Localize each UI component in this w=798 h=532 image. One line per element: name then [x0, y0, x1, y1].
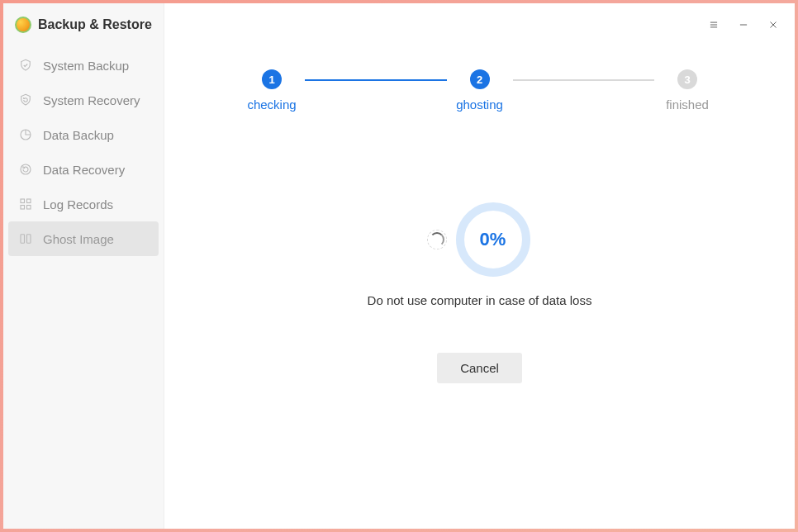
svg-rect-4	[21, 206, 25, 210]
sidebar-item-system-recovery[interactable]: System Recovery	[3, 83, 164, 117]
stepper: 1 checking 2 ghosting 3 finished	[239, 69, 720, 112]
svg-rect-6	[21, 235, 25, 244]
step-checking: 1 checking	[239, 69, 305, 112]
svg-rect-7	[27, 235, 31, 244]
step-label: checking	[247, 97, 296, 112]
spinner-icon	[430, 232, 444, 247]
sidebar-item-data-backup[interactable]: Data Backup	[3, 117, 164, 152]
minimize-icon[interactable]	[737, 18, 750, 31]
pie-icon	[18, 127, 33, 142]
sidebar-item-data-recovery[interactable]: Data Recovery	[3, 152, 164, 187]
close-icon[interactable]	[767, 18, 780, 31]
sidebar-item-ghost-image[interactable]: Ghost Image	[8, 221, 159, 256]
app-title: Backup & Restore	[38, 17, 152, 32]
svg-point-1	[21, 164, 31, 174]
columns-icon	[18, 231, 33, 246]
app-window: Backup & Restore System Backup System Re…	[3, 3, 795, 529]
grid-icon	[18, 197, 33, 211]
cancel-row: Cancel	[164, 353, 795, 383]
cancel-button[interactable]: Cancel	[437, 353, 522, 383]
svg-rect-2	[21, 199, 25, 203]
step-bar	[513, 79, 655, 81]
sidebar: Backup & Restore System Backup System Re…	[3, 3, 164, 529]
svg-rect-5	[27, 206, 31, 210]
progress-row: 0%	[430, 202, 530, 277]
step-number: 1	[262, 69, 282, 89]
sidebar-item-label: System Recovery	[43, 93, 140, 107]
step-bar	[305, 79, 447, 81]
window-controls	[707, 18, 780, 31]
step-number: 2	[470, 69, 490, 89]
sidebar-item-label: Data Recovery	[43, 163, 125, 177]
main-panel: 1 checking 2 ghosting 3 finished 0% Do	[164, 3, 795, 529]
progress-area: 0% Do not use computer in case of data l…	[164, 202, 795, 307]
step-label: ghosting	[456, 97, 503, 112]
sidebar-item-log-records[interactable]: Log Records	[3, 187, 164, 221]
menu-icon[interactable]	[707, 18, 720, 31]
progress-percent: 0%	[480, 229, 506, 250]
shield-check-icon	[18, 58, 33, 73]
sidebar-item-label: System Backup	[43, 59, 129, 73]
step-ghosting: 2 ghosting	[447, 69, 513, 112]
app-logo-icon	[15, 17, 31, 33]
sidebar-item-system-backup[interactable]: System Backup	[3, 48, 164, 83]
shield-refresh-icon	[18, 93, 33, 107]
pie-refresh-icon	[18, 162, 33, 177]
app-title-row: Backup & Restore	[3, 10, 164, 48]
sidebar-item-label: Ghost Image	[43, 232, 114, 246]
step-finished: 3 finished	[654, 69, 720, 112]
step-label: finished	[666, 97, 709, 112]
progress-message: Do not use computer in case of data loss	[368, 293, 592, 307]
step-number: 3	[677, 69, 697, 89]
sidebar-item-label: Data Backup	[43, 128, 114, 142]
sidebar-item-label: Log Records	[43, 197, 113, 211]
progress-ring: 0%	[456, 202, 530, 277]
svg-rect-3	[27, 199, 31, 203]
